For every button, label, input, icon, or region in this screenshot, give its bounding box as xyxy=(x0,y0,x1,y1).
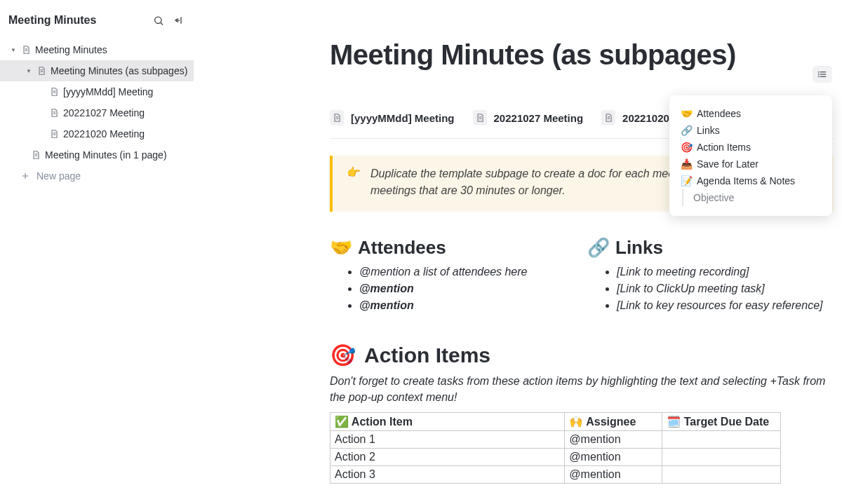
handshake-icon: 🤝 xyxy=(681,108,693,119)
toc-label: Agenda Items & Notes xyxy=(697,175,795,186)
subpage-link[interactable]: 20221027 Meeting xyxy=(473,110,584,125)
target-icon: 🎯 xyxy=(330,343,356,367)
sidebar-item-20221027[interactable]: 20221027 Meeting xyxy=(0,102,194,123)
toc-label: Save for Later xyxy=(697,158,759,170)
toc-label: Links xyxy=(697,125,720,136)
list-item[interactable]: @mention xyxy=(359,299,576,312)
list-icon xyxy=(817,69,828,80)
cell-due[interactable] xyxy=(662,431,781,449)
plus-icon xyxy=(20,170,31,182)
sidebar-item-template-meeting[interactable]: [yyyyMMdd] Meeting xyxy=(0,81,194,102)
toc-item-objective[interactable]: Objective xyxy=(682,189,822,206)
list-item[interactable]: @mention a list of attendees here xyxy=(359,266,576,278)
sidebar-header: Meeting Minutes xyxy=(0,11,194,39)
inbox-icon: 📥 xyxy=(681,158,693,170)
action-items-table: ✅ Action Item 🙌 Assignee 🗓️ Target Due D… xyxy=(330,412,781,484)
pointer-emoji-icon: 👉 xyxy=(347,165,361,199)
list-item[interactable]: [Link to key resources for easy referenc… xyxy=(617,299,834,312)
link-icon: 🔗 xyxy=(681,125,693,136)
col-due-date: 🗓️ Target Due Date xyxy=(662,413,781,431)
subpage-link[interactable]: [yyyyMMdd] Meeting xyxy=(330,110,455,125)
action-items-heading: 🎯 Action Items xyxy=(330,343,834,367)
doc-icon xyxy=(36,66,46,76)
cell-assignee[interactable]: @mention xyxy=(565,431,662,449)
workspace-title: Meeting Minutes xyxy=(8,14,96,27)
new-page-button[interactable]: New page xyxy=(0,165,194,186)
links-heading: 🔗 Links xyxy=(587,237,834,259)
heading-text: Links xyxy=(615,237,663,259)
subpage-label: 20221027 Meeting xyxy=(494,112,584,124)
page-title: Meeting Minutes (as subpages) xyxy=(330,39,834,71)
toc-item-save-for-later[interactable]: 📥 Save for Later xyxy=(681,156,822,172)
sidebar-item-label: Meeting Minutes (in 1 page) xyxy=(45,149,167,161)
list-item[interactable]: [Link to ClickUp meeting task] xyxy=(617,282,834,295)
svg-point-27 xyxy=(818,71,819,72)
svg-line-1 xyxy=(161,22,163,25)
cell-assignee[interactable]: @mention xyxy=(565,449,662,466)
two-column-section: 🤝 Attendees @mention a list of attendees… xyxy=(330,237,834,316)
sidebar-item-meeting-minutes-subpages[interactable]: ▼ Meeting Minutes (as subpages) xyxy=(0,60,194,81)
svg-point-28 xyxy=(818,74,819,75)
search-icon[interactable] xyxy=(153,15,164,26)
sidebar-item-label: Meeting Minutes xyxy=(35,44,107,55)
sidebar-item-meeting-minutes[interactable]: ▼ Meeting Minutes xyxy=(0,39,194,60)
heading-text: Attendees xyxy=(358,237,446,259)
new-page-label: New page xyxy=(36,170,81,182)
sidebar-item-in-one-page[interactable]: Meeting Minutes (in 1 page) xyxy=(0,144,194,165)
sidebar: Meeting Minutes ▼ Meeting Minutes ▼ Meet… xyxy=(0,0,194,504)
page-tree: ▼ Meeting Minutes ▼ Meeting Minutes (as … xyxy=(0,39,194,186)
cell-item[interactable]: Action 2 xyxy=(330,449,565,466)
collapse-sidebar-icon[interactable] xyxy=(173,15,184,26)
toc-item-agenda[interactable]: 📝 Agenda Items & Notes xyxy=(681,172,822,189)
toc-popover: 🤝 Attendees 🔗 Links 🎯 Action Items 📥 Sav… xyxy=(669,95,832,216)
doc-icon xyxy=(49,129,59,139)
sidebar-item-label: 20221027 Meeting xyxy=(63,107,145,118)
toc-label: Objective xyxy=(693,192,734,203)
col-action-item: ✅ Action Item xyxy=(330,413,565,431)
memo-icon: 📝 xyxy=(681,175,693,186)
heading-text: Action Items xyxy=(364,343,490,367)
sidebar-item-label: Meeting Minutes (as subpages) xyxy=(51,65,187,76)
links-list: [Link to meeting recording] [Link to Cli… xyxy=(587,266,834,312)
list-item[interactable]: @mention xyxy=(359,282,576,295)
sidebar-item-label: [yyyyMMdd] Meeting xyxy=(63,86,153,97)
toc-toggle-button[interactable] xyxy=(813,66,832,83)
table-row[interactable]: Action 2 @mention xyxy=(330,449,781,466)
table-row[interactable]: Action 1 @mention xyxy=(330,431,781,449)
subpage-label: [yyyyMMdd] Meeting xyxy=(351,112,455,124)
cell-assignee[interactable]: @mention xyxy=(565,466,662,484)
cell-due[interactable] xyxy=(662,449,781,466)
toc-label: Action Items xyxy=(697,142,751,153)
action-items-subtext: Don't forget to create tasks from these … xyxy=(330,373,834,405)
caret-icon[interactable]: ▼ xyxy=(8,47,18,53)
toc-item-action-items[interactable]: 🎯 Action Items xyxy=(681,139,822,156)
doc-icon xyxy=(601,110,615,125)
header-icons xyxy=(153,15,184,26)
doc-icon xyxy=(49,87,59,97)
main-content: Meeting Minutes (as subpages) [yyyyMMdd]… xyxy=(194,0,842,504)
toc-item-attendees[interactable]: 🤝 Attendees xyxy=(681,105,822,122)
col-assignee: 🙌 Assignee xyxy=(565,413,662,431)
table-header-row: ✅ Action Item 🙌 Assignee 🗓️ Target Due D… xyxy=(330,413,781,431)
doc-icon xyxy=(21,45,31,55)
toc-item-links[interactable]: 🔗 Links xyxy=(681,122,822,139)
links-section: 🔗 Links [Link to meeting recording] [Lin… xyxy=(587,237,834,316)
attendees-list: @mention a list of attendees here @menti… xyxy=(330,266,576,312)
toc-label: Attendees xyxy=(697,108,741,119)
doc-icon xyxy=(330,110,344,125)
cell-item[interactable]: Action 1 xyxy=(330,431,565,449)
handshake-icon: 🤝 xyxy=(330,237,352,259)
target-icon: 🎯 xyxy=(681,142,693,153)
list-item[interactable]: [Link to meeting recording] xyxy=(617,266,834,278)
sidebar-item-label: 20221020 Meeting xyxy=(63,128,145,139)
sidebar-item-20221020[interactable]: 20221020 Meeting xyxy=(0,123,194,144)
cell-due[interactable] xyxy=(662,466,781,484)
action-items-section: 🎯 Action Items Don't forget to create ta… xyxy=(330,343,834,484)
doc-icon xyxy=(31,150,41,160)
table-row[interactable]: Action 3 @mention xyxy=(330,466,781,484)
doc-icon xyxy=(49,108,59,118)
cell-item[interactable]: Action 3 xyxy=(330,466,565,484)
doc-icon xyxy=(473,110,487,125)
svg-point-29 xyxy=(818,76,819,77)
caret-icon[interactable]: ▼ xyxy=(24,68,34,74)
